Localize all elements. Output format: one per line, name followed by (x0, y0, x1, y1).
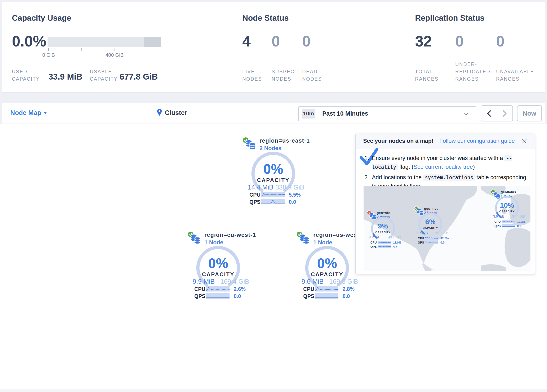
cpu-label: CPU (370, 241, 377, 244)
suspect-nodes-label: SUSPECT NODES (272, 68, 297, 83)
close-icon[interactable] (522, 138, 527, 144)
cpu-sparkline (206, 286, 230, 291)
capacity-gauge-percent: 6% (418, 218, 443, 226)
capacity-gauge-label: CAPACITY (219, 177, 328, 183)
capacity-gauge-percent: 0% (219, 161, 328, 177)
capacity-total-value: 169.5 GiB (329, 278, 358, 285)
live-nodes-label: LIVE NODES (242, 68, 266, 83)
database-nodes-icon (245, 140, 256, 151)
capacity-gauge-values: 14.4 MiB 338.9 GiB (248, 184, 304, 191)
qps-metric-row: QPS 0.0 (412, 241, 454, 244)
popup-header: See your nodes on a map! Follow our conf… (356, 134, 535, 148)
qps-value: 0.0 (440, 241, 444, 244)
system-locations-code: system.locations (423, 174, 475, 181)
qps-sparkline (315, 293, 338, 299)
capacity-gauge-label: CAPACITY (164, 271, 273, 278)
usable-capacity-label: USABLE CAPACITY (90, 68, 124, 83)
cpu-sparkline (502, 220, 515, 223)
node-map-config-popup: See your nodes on a map! Follow our conf… (356, 134, 535, 274)
capacity-usage-title: Capacity Usage (12, 14, 71, 23)
config-step-1: 1. Ensure every node in your cluster was… (364, 154, 532, 172)
toolbar-divider (288, 103, 288, 124)
cpu-value: 11.0% (393, 241, 401, 244)
cpu-sparkline (261, 192, 285, 197)
location-pin-icon (157, 109, 162, 117)
cpu-label: CPU (194, 286, 205, 292)
region-node-us-east-1: region=us-east-1 2 Nodes 0% CAPACITY 14.… (219, 137, 328, 208)
qps-value: 0.0 (343, 293, 350, 299)
configuration-guide-link[interactable]: Follow our configuration guide (439, 138, 515, 144)
now-button[interactable]: Now (517, 105, 542, 121)
cpu-value: 2.8% (343, 286, 355, 292)
region-locality-label: region=us-east-1 (260, 138, 310, 144)
capacity-gauge-values: 3.7 GiB 65.7 GiB (417, 231, 448, 235)
time-range-dropdown[interactable]: 10m Past 10 Minutes (298, 106, 476, 121)
time-range-badge: 10m (302, 109, 315, 118)
cluster-overview-page: Capacity Usage 0.0% 0 GiB 400 GiB USED C… (0, 0, 547, 392)
qps-label: QPS (370, 245, 377, 248)
capacity-used-value: 9.6 MiB (301, 278, 324, 285)
capacity-gauge-values: 9.9 MiB 169.4 GiB (193, 278, 249, 285)
step-text: Ensure every node in your cluster was st… (372, 154, 532, 172)
database-nodes-icon (299, 234, 310, 245)
bottom-strip (0, 389, 547, 392)
capacity-used-value: 3.7 GiB (417, 231, 428, 235)
capacity-axis-label-0: 0 GiB (36, 52, 61, 58)
map-node-geo-ams: geo=ams 1 Node 10% CAPACITY 3.6 GiB 34.4… (489, 190, 530, 228)
capacity-axis-tick (48, 48, 49, 51)
qps-label: QPS (303, 293, 314, 299)
capacity-total-value: 169.4 GiB (220, 278, 249, 285)
capacity-axis-tick (115, 48, 115, 51)
qps-label: QPS (418, 241, 424, 244)
region-locality-label: region=eu-west-1 (204, 232, 256, 238)
capacity-bar (48, 37, 161, 47)
qps-value: 0.0 (517, 224, 521, 228)
breadcrumb: Cluster (165, 109, 187, 117)
world-map-preview: 1 geo=sfo 2 Nodes 9% CAPACITY 3.2 GiB 35… (363, 186, 530, 271)
time-range-label: Past 10 Minutes (322, 110, 368, 117)
qps-sparkline (425, 241, 438, 244)
cpu-sparkline (378, 241, 391, 244)
chevron-left-icon (487, 110, 491, 117)
cpu-value: 2.6% (234, 286, 246, 292)
used-capacity-value: 33.9 MiB (48, 72, 82, 82)
locality-tree-link[interactable]: See current locality tree (414, 164, 473, 170)
locality-label: geo=sfo (377, 211, 390, 215)
chevron-down-icon[interactable] (43, 112, 47, 114)
capacity-gauge-values: 9.6 MiB 169.5 GiB (301, 278, 358, 285)
capacity-used-value: 9.9 MiB (193, 278, 215, 285)
cpu-metric-row: CPU 42.5% (412, 237, 454, 240)
capacity-used-value: 14.4 MiB (248, 184, 273, 191)
under-replicated-ranges-count: 0 (455, 34, 464, 49)
region-node-eu-west-1: region=eu-west-1 1 Node 0% CAPACITY 9.9 … (164, 231, 273, 302)
qps-sparkline (261, 199, 285, 204)
time-step-forward-button[interactable] (497, 106, 513, 121)
qps-metric-row: QPS 0.0 (273, 293, 382, 299)
cpu-metric-row: CPU 5.5% (219, 192, 328, 198)
capacity-gauge-label: CAPACITY (418, 226, 443, 229)
under-replicated-ranges-label: UNDER-REPLICATED RANGES (455, 61, 491, 83)
total-ranges-label: TOTAL RANGES (415, 68, 440, 83)
qps-label: QPS (494, 224, 501, 228)
time-step-back-button[interactable] (481, 106, 497, 121)
capacity-total-value: 34.4 GiB (512, 215, 525, 218)
usable-capacity-value: 677.8 GiB (120, 72, 158, 82)
cpu-label: CPU (303, 286, 314, 292)
capacity-used-value: 3.6 GiB (493, 215, 504, 218)
cpu-value: 12.3% (517, 220, 526, 223)
capacity-gauge-percent: 10% (494, 201, 520, 209)
database-nodes-icon (190, 234, 201, 245)
capacity-axis-tick (148, 48, 148, 51)
map-toolbar: Node Map Cluster 10m Past 10 Minutes (2, 103, 545, 124)
view-selector-node-map[interactable]: Node Map (10, 109, 41, 117)
chevron-down-icon (464, 112, 468, 116)
replication-status-title: Replication Status (415, 14, 485, 23)
cluster-summary-card: Capacity Usage 0.0% 0 GiB 400 GiB USED C… (2, 2, 545, 93)
locality-label: geo=nyc (424, 207, 438, 211)
capacity-percent: 0.0% (12, 34, 46, 49)
capacity-gauge-percent: 9% (370, 222, 396, 230)
qps-sparkline (378, 245, 391, 248)
suspect-nodes-count: 0 (272, 34, 280, 49)
capacity-axis-label-400: 400 GiB (102, 52, 127, 58)
popup-title: See your nodes on a map! (363, 138, 433, 144)
